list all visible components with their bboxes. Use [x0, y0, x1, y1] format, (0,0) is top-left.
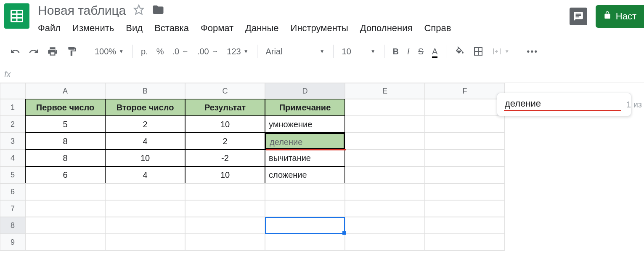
print-button[interactable] [47, 46, 58, 57]
cell-A3[interactable]: 8 [25, 133, 105, 150]
menu-insert[interactable]: Вставка [154, 23, 189, 34]
row-header-2[interactable]: 2 [0, 116, 25, 133]
menu-format[interactable]: Формат [201, 23, 233, 34]
menu-edit[interactable]: Изменить [72, 23, 114, 34]
cell-F3[interactable] [425, 133, 505, 150]
text-color-button[interactable]: A [432, 47, 437, 56]
number-format-dropdown[interactable]: 123▼ [227, 47, 248, 56]
doc-title[interactable]: Новая таблица [38, 3, 126, 18]
cell-B9[interactable] [105, 234, 185, 251]
cell-B2[interactable]: 2 [105, 116, 185, 133]
cell-D7[interactable] [265, 200, 345, 217]
cell-E7[interactable] [345, 200, 425, 217]
bold-button[interactable]: B [393, 47, 399, 56]
paint-format-button[interactable] [66, 46, 77, 57]
select-all-corner[interactable] [0, 83, 25, 99]
menu-file[interactable]: Файл [38, 23, 61, 34]
cell-B1[interactable]: Второе число [105, 99, 185, 116]
col-header-F[interactable]: F [425, 83, 505, 99]
fill-color-button[interactable] [455, 46, 465, 56]
menu-help[interactable]: Справ [424, 23, 451, 34]
cell-D3[interactable]: деление [265, 133, 345, 150]
cell-E1[interactable] [345, 99, 425, 116]
col-header-D[interactable]: D [265, 83, 345, 99]
cell-E6[interactable] [345, 183, 425, 200]
cell-E5[interactable] [345, 166, 425, 183]
redo-button[interactable] [29, 46, 39, 56]
cell-B7[interactable] [105, 200, 185, 217]
cell-E9[interactable] [345, 234, 425, 251]
row-header-1[interactable]: 1 [0, 99, 25, 116]
cell-D2[interactable]: умножение [265, 116, 345, 133]
cell-C6[interactable] [185, 183, 265, 200]
share-button[interactable]: Наст [596, 5, 644, 28]
fontsize-dropdown[interactable]: 10▼ [342, 47, 376, 56]
row-header-6[interactable]: 6 [0, 183, 25, 200]
folder-icon[interactable] [152, 3, 164, 18]
formula-input[interactable] [19, 68, 640, 81]
menu-addons[interactable]: Дополнения [360, 23, 413, 34]
cell-A6[interactable] [25, 183, 105, 200]
cell-F8[interactable] [425, 217, 505, 234]
cell-F4[interactable] [425, 150, 505, 166]
cell-A9[interactable] [25, 234, 105, 251]
menu-data[interactable]: Данные [245, 23, 278, 34]
cell-E3[interactable] [345, 133, 425, 150]
cell-C3[interactable]: 2 [185, 133, 265, 150]
cell-F7[interactable] [425, 200, 505, 217]
menu-view[interactable]: Вид [126, 23, 143, 34]
cell-B6[interactable] [105, 183, 185, 200]
cell-C7[interactable] [185, 200, 265, 217]
cell-F9[interactable] [425, 234, 505, 251]
cell-D8[interactable] [265, 217, 345, 234]
cell-A4[interactable]: 8 [25, 150, 105, 166]
cell-E8[interactable] [345, 217, 425, 234]
strikethrough-button[interactable]: S [418, 47, 424, 56]
cell-F5[interactable] [425, 166, 505, 183]
row-header-8[interactable]: 8 [0, 217, 25, 234]
cell-E4[interactable] [345, 150, 425, 166]
row-header-3[interactable]: 3 [0, 133, 25, 150]
percent-button[interactable]: % [156, 47, 164, 56]
cell-B3[interactable]: 4 [105, 133, 185, 150]
find-input[interactable] [504, 98, 621, 111]
cell-F6[interactable] [425, 183, 505, 200]
cell-E2[interactable] [345, 116, 425, 133]
cell-A5[interactable]: 6 [25, 166, 105, 183]
italic-button[interactable]: I [407, 47, 410, 56]
cell-C9[interactable] [185, 234, 265, 251]
comments-button[interactable] [570, 8, 587, 25]
cell-C5[interactable]: 10 [185, 166, 265, 183]
cell-C2[interactable]: 10 [185, 116, 265, 133]
col-header-A[interactable]: A [25, 83, 105, 99]
undo-button[interactable] [10, 46, 20, 56]
cell-C8[interactable] [185, 217, 265, 234]
row-header-4[interactable]: 4 [0, 150, 25, 166]
cell-D9[interactable] [265, 234, 345, 251]
menu-tools[interactable]: Инструменты [291, 23, 348, 34]
more-button[interactable]: ••• [527, 47, 538, 56]
cell-F1[interactable] [425, 99, 505, 116]
star-icon[interactable] [133, 4, 144, 17]
cell-B5[interactable]: 4 [105, 166, 185, 183]
currency-button[interactable]: р. [141, 47, 148, 56]
cell-A7[interactable] [25, 200, 105, 217]
cell-D5[interactable]: сложение [265, 166, 345, 183]
cell-B8[interactable] [105, 217, 185, 234]
zoom-dropdown[interactable]: 100%▼ [95, 47, 124, 56]
cell-A1[interactable]: Первое число [25, 99, 105, 116]
cell-D4[interactable]: вычитание [265, 150, 345, 166]
merge-cells-button[interactable]: ▼ [492, 46, 509, 56]
font-dropdown[interactable]: Arial▼ [266, 47, 325, 56]
col-header-B[interactable]: B [105, 83, 185, 99]
cell-A8[interactable] [25, 217, 105, 234]
row-header-7[interactable]: 7 [0, 200, 25, 217]
row-header-9[interactable]: 9 [0, 234, 25, 251]
col-header-E[interactable]: E [345, 83, 425, 99]
increase-decimal-button[interactable]: .00→ [197, 47, 218, 56]
cell-B4[interactable]: 10 [105, 150, 185, 166]
borders-button[interactable] [473, 46, 483, 56]
decrease-decimal-button[interactable]: .0← [172, 47, 189, 56]
cell-C1[interactable]: Результат [185, 99, 265, 116]
col-header-C[interactable]: C [185, 83, 265, 99]
